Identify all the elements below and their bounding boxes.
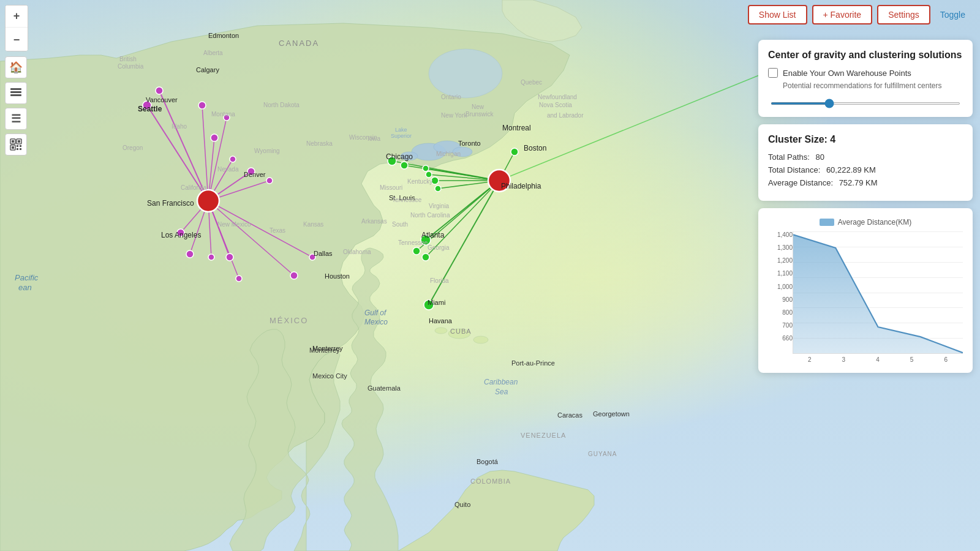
chart-svg	[793, 231, 963, 353]
svg-text:MÉXICO: MÉXICO	[270, 316, 308, 325]
svg-text:Pacific: Pacific	[15, 273, 39, 282]
svg-text:Montana: Montana	[211, 111, 235, 118]
qr-button[interactable]	[5, 133, 27, 156]
svg-text:Gulf of: Gulf of	[364, 309, 387, 317]
total-distance-value: 60,222.89 KM	[826, 165, 876, 174]
svg-text:CUBA: CUBA	[450, 328, 472, 335]
svg-text:Mexico: Mexico	[364, 318, 388, 326]
svg-text:Los Angeles: Los Angeles	[161, 231, 201, 239]
svg-text:Brunswick: Brunswick	[466, 111, 494, 118]
svg-text:Seattle: Seattle	[138, 105, 162, 113]
svg-rect-142	[10, 94, 21, 96]
svg-point-45	[208, 254, 214, 260]
svg-marker-153	[793, 234, 963, 353]
svg-text:New: New	[472, 103, 484, 110]
total-paths-label: Total Paths:	[768, 152, 810, 162]
svg-point-57	[413, 247, 420, 255]
svg-text:Columbia: Columbia	[118, 63, 144, 70]
cluster-panel: Cluster Size: 4 Total Paths: 80 Total Di…	[758, 124, 973, 201]
svg-text:CANADA: CANADA	[279, 39, 319, 48]
svg-text:Toronto: Toronto	[458, 140, 481, 147]
svg-text:Kentucky: Kentucky	[407, 178, 432, 185]
svg-text:North Dakota: North Dakota	[263, 102, 300, 108]
svg-text:Arkansas: Arkansas	[361, 218, 387, 225]
svg-rect-151	[17, 148, 18, 150]
svg-point-39	[211, 134, 218, 141]
svg-text:San Francisco: San Francisco	[147, 199, 194, 208]
total-distance-label: Total Distance:	[768, 165, 820, 174]
chart-panel: Average Distance(KM) 1,400 1,300 1,200 1…	[758, 208, 973, 373]
svg-point-52	[423, 165, 429, 171]
svg-text:Calgary: Calgary	[196, 66, 219, 73]
svg-point-7	[429, 49, 502, 98]
svg-text:Sea: Sea	[495, 388, 508, 396]
svg-text:Denver: Denver	[244, 171, 266, 178]
home-button[interactable]: 🏠	[5, 56, 27, 78]
show-list-button[interactable]: Show List	[748, 5, 807, 24]
svg-text:Atlanta: Atlanta	[421, 231, 445, 239]
svg-text:Houston: Houston	[325, 272, 350, 280]
svg-point-37	[198, 102, 206, 109]
svg-text:Nevada: Nevada	[217, 166, 239, 173]
favorite-button[interactable]: + Favorite	[812, 5, 873, 24]
svg-text:Caribbean: Caribbean	[484, 378, 518, 386]
gravity-subtext: Potential recommendations for fulfillmen…	[783, 81, 963, 90]
svg-text:Boston: Boston	[524, 144, 546, 152]
avg-distance-row: Average Distance: 752.79 KM	[768, 178, 963, 187]
svg-text:Miami: Miami	[428, 299, 445, 306]
menu-button[interactable]: ☰	[5, 108, 27, 130]
settings-button[interactable]: Settings	[877, 5, 930, 24]
chart-area: 1,400 1,300 1,200 1,100 1,000 900 800 70…	[768, 231, 963, 354]
chart-plot	[793, 231, 963, 354]
layers-button[interactable]	[5, 82, 27, 104]
svg-text:Quito: Quito	[454, 501, 470, 508]
slider-container	[768, 96, 963, 107]
y-axis: 1,400 1,300 1,200 1,100 1,000 900 800 70…	[768, 231, 793, 354]
svg-point-40	[230, 156, 236, 162]
svg-text:Nova Scotia: Nova Scotia	[539, 102, 572, 108]
svg-text:Newfoundland: Newfoundland	[538, 94, 577, 100]
svg-text:Bogotá: Bogotá	[477, 458, 499, 465]
svg-rect-149	[17, 145, 18, 147]
svg-text:Tennessee: Tennessee	[392, 197, 422, 203]
total-paths-value: 80	[816, 152, 824, 162]
svg-text:Wisconsin: Wisconsin	[349, 134, 377, 141]
svg-text:New Mexico: New Mexico	[217, 221, 251, 228]
svg-text:Nebraska: Nebraska	[306, 140, 333, 147]
toggle-button[interactable]: Toggle	[935, 6, 970, 23]
svg-text:South: South	[392, 221, 408, 228]
svg-rect-144	[12, 140, 14, 143]
svg-text:Philadelphia: Philadelphia	[501, 182, 541, 190]
svg-text:Edmonton: Edmonton	[208, 32, 239, 39]
svg-point-1	[473, 336, 488, 343]
svg-text:California: California	[181, 184, 207, 191]
svg-point-46	[226, 253, 233, 261]
gravity-slider[interactable]	[771, 102, 960, 105]
legend-color-swatch	[820, 219, 834, 226]
chart-legend: Average Distance(KM)	[768, 218, 963, 227]
svg-text:Idaho: Idaho	[172, 123, 187, 130]
zoom-out-button[interactable]: −	[6, 29, 28, 51]
svg-text:Tennessee: Tennessee	[398, 239, 428, 246]
svg-text:Oregon: Oregon	[123, 144, 143, 151]
svg-point-48	[236, 276, 242, 282]
svg-text:GUYANA: GUYANA	[588, 451, 617, 457]
svg-text:Superior: Superior	[391, 133, 412, 139]
svg-text:Oklahoma: Oklahoma	[343, 249, 371, 255]
svg-text:Texas: Texas	[270, 227, 285, 234]
svg-text:Lake: Lake	[395, 127, 407, 133]
svg-text:Vancouver: Vancouver	[146, 96, 178, 103]
cluster-title: Cluster Size: 4	[768, 134, 963, 145]
svg-text:and Labrador: and Labrador	[547, 112, 584, 119]
svg-text:British: British	[119, 56, 137, 62]
svg-text:Missouri: Missouri	[380, 184, 402, 191]
zoom-in-button[interactable]: +	[6, 6, 28, 28]
total-paths-row: Total Paths: 80	[768, 152, 963, 162]
warehouse-label: Enable Your Own Warehouse Points	[783, 69, 911, 78]
warehouse-checkbox[interactable]	[768, 68, 778, 78]
svg-rect-148	[12, 146, 14, 149]
svg-text:Dallas: Dallas	[314, 250, 333, 257]
map-controls: + − 🏠 ☰	[5, 5, 28, 156]
svg-text:Caracas: Caracas	[557, 411, 582, 419]
svg-text:Virginia: Virginia	[429, 203, 450, 209]
